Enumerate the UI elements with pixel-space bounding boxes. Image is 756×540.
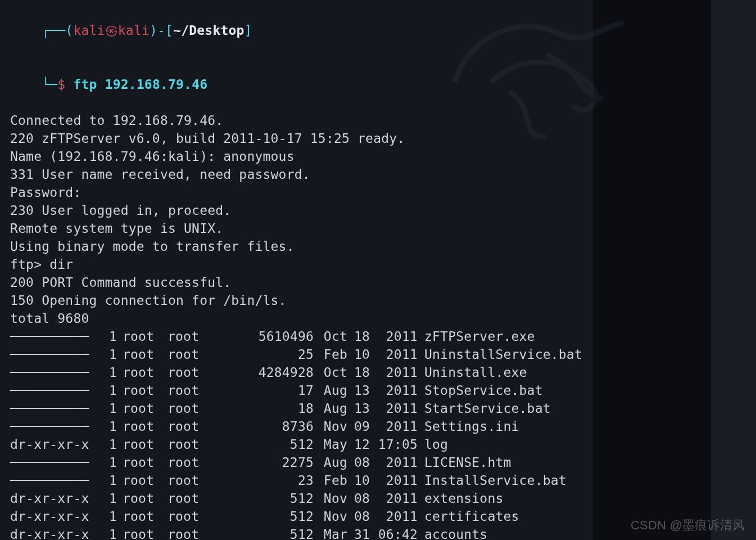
month: Oct bbox=[314, 363, 347, 381]
day: 13 bbox=[347, 381, 370, 399]
year: 17:05 bbox=[370, 435, 418, 453]
group: root bbox=[168, 327, 241, 345]
prompt-decor: ┌──( bbox=[42, 23, 73, 38]
year: 2011 bbox=[370, 417, 418, 435]
size: 25 bbox=[241, 345, 314, 363]
size: 18 bbox=[241, 399, 314, 417]
filename: StartService.bat bbox=[424, 399, 551, 417]
perm: ────────── bbox=[10, 453, 100, 471]
terminal-window[interactable]: ┌──(kali㉿kali)-[~/Desktop] └─$ ftp 192.1… bbox=[0, 0, 756, 540]
month: Nov bbox=[314, 507, 347, 525]
filename: zFTPServer.exe bbox=[424, 327, 535, 345]
links: 1 bbox=[100, 363, 117, 381]
user: root bbox=[123, 471, 168, 489]
perm: dr-xr-xr-x bbox=[10, 489, 100, 507]
year: 2011 bbox=[370, 507, 418, 525]
perm: ────────── bbox=[10, 381, 100, 399]
day: 10 bbox=[347, 345, 370, 363]
group: root bbox=[168, 417, 241, 435]
month: Mar bbox=[314, 525, 347, 540]
year: 06:42 bbox=[370, 525, 418, 540]
user: root bbox=[123, 435, 168, 453]
user: root bbox=[123, 453, 168, 471]
perm: ────────── bbox=[10, 345, 100, 363]
prompt-user: kali bbox=[73, 23, 105, 38]
user: root bbox=[123, 399, 168, 417]
prompt-host: kali bbox=[118, 23, 150, 38]
size: 512 bbox=[241, 525, 314, 540]
user: root bbox=[123, 345, 168, 363]
prompt-sep: ㉿ bbox=[105, 23, 118, 38]
size: 512 bbox=[241, 507, 314, 525]
year: 2011 bbox=[370, 399, 418, 417]
perm: ────────── bbox=[10, 399, 100, 417]
year: 2011 bbox=[370, 471, 418, 489]
day: 18 bbox=[347, 327, 370, 345]
group: root bbox=[168, 399, 241, 417]
links: 1 bbox=[100, 489, 117, 507]
scrollbar-track[interactable] bbox=[711, 0, 756, 540]
group: root bbox=[168, 381, 241, 399]
day: 08 bbox=[347, 507, 370, 525]
filename: UninstallService.bat bbox=[424, 345, 582, 363]
prompt-decor2: )-[ bbox=[150, 23, 173, 38]
perm: dr-xr-xr-x bbox=[10, 525, 100, 540]
month: Aug bbox=[314, 453, 347, 471]
size: 5610496 bbox=[241, 327, 314, 345]
filename: InstallService.bat bbox=[424, 471, 567, 489]
user: root bbox=[123, 417, 168, 435]
typed-command: ftp 192.168.79.46 bbox=[73, 77, 207, 92]
links: 1 bbox=[100, 399, 117, 417]
links: 1 bbox=[100, 417, 117, 435]
day: 13 bbox=[347, 399, 370, 417]
group: root bbox=[168, 507, 241, 525]
filename: Settings.ini bbox=[424, 417, 519, 435]
perm: ────────── bbox=[10, 327, 100, 345]
day: 09 bbox=[347, 417, 370, 435]
size: 2275 bbox=[241, 453, 314, 471]
day: 12 bbox=[347, 435, 370, 453]
group: root bbox=[168, 345, 241, 363]
group: root bbox=[168, 363, 241, 381]
size: 8736 bbox=[241, 417, 314, 435]
filename: log bbox=[424, 435, 448, 453]
year: 2011 bbox=[370, 489, 418, 507]
links: 1 bbox=[100, 471, 117, 489]
group: root bbox=[168, 453, 241, 471]
day: 08 bbox=[347, 453, 370, 471]
day: 08 bbox=[347, 489, 370, 507]
year: 2011 bbox=[370, 327, 418, 345]
prompt-path: ~/Desktop bbox=[173, 23, 244, 38]
watermark-text: CSDN @墨痕诉清风 bbox=[631, 516, 745, 534]
links: 1 bbox=[100, 345, 117, 363]
month: Oct bbox=[314, 327, 347, 345]
month: May bbox=[314, 435, 347, 453]
filename: extensions bbox=[424, 489, 503, 507]
perm: dr-xr-xr-x bbox=[10, 507, 100, 525]
day: 18 bbox=[347, 363, 370, 381]
filename: LICENSE.htm bbox=[424, 453, 511, 471]
day: 10 bbox=[347, 471, 370, 489]
perm: ────────── bbox=[10, 363, 100, 381]
size: 4284928 bbox=[241, 363, 314, 381]
month: Aug bbox=[314, 399, 347, 417]
month: Feb bbox=[314, 471, 347, 489]
year: 2011 bbox=[370, 363, 418, 381]
perm: dr-xr-xr-x bbox=[10, 435, 100, 453]
user: root bbox=[123, 363, 168, 381]
filename: certificates bbox=[424, 507, 519, 525]
user: root bbox=[123, 525, 168, 540]
year: 2011 bbox=[370, 345, 418, 363]
prompt-decor4: └─ bbox=[42, 77, 57, 92]
user: root bbox=[123, 381, 168, 399]
month: Nov bbox=[314, 417, 347, 435]
filename: Uninstall.exe bbox=[424, 363, 527, 381]
group: root bbox=[168, 471, 241, 489]
size: 17 bbox=[241, 381, 314, 399]
year: 2011 bbox=[370, 381, 418, 399]
prompt-dollar: $ bbox=[57, 77, 65, 92]
perm: ────────── bbox=[10, 417, 100, 435]
user: root bbox=[123, 507, 168, 525]
filename: accounts bbox=[424, 525, 487, 540]
links: 1 bbox=[100, 435, 117, 453]
